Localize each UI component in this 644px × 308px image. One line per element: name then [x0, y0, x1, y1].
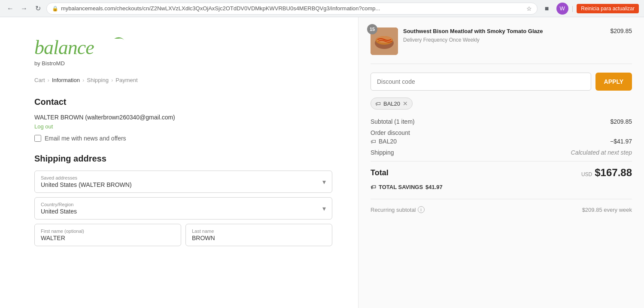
reinicia-button[interactable]: Reinicia para actualizar [577, 4, 639, 13]
info-icon[interactable]: i [418, 206, 425, 213]
country-group: Country/Region United States ▾ [34, 197, 332, 220]
chevron-down-icon: ▾ [322, 178, 326, 186]
browser-chrome: ← → ↻ 🔒 mybalancemeals.com/checkouts/cn/… [0, 0, 644, 17]
logo-container: balance by BistroMD [34, 34, 332, 67]
country-label: Country/Region [41, 202, 326, 207]
product-frequency: Delivery Frequency Once Weekly [403, 37, 605, 43]
tag-icon: 🏷 [375, 101, 381, 107]
country-chevron-icon: ▾ [322, 204, 326, 213]
logo-svg: balance [34, 34, 129, 58]
shipping-section: Shipping address Saved addresses United … [34, 154, 332, 246]
subtotal-label: Subtotal (1 item) [371, 118, 415, 125]
name-row: First name (optional) WALTER Last name B… [34, 224, 332, 246]
total-row: Total USD $167.88 [371, 161, 632, 179]
discount-row: APPLY [371, 73, 632, 91]
last-name-value: BROWN [192, 235, 326, 241]
extensions-icon[interactable]: ■ [541, 3, 553, 15]
order-discount-row: Order discount [371, 129, 632, 136]
coupon-discount-row: 🏷 BAL20 −$41.97 [371, 138, 632, 145]
product-price: $209.85 [610, 27, 632, 34]
shipping-title: Shipping address [34, 154, 332, 164]
breadcrumb-sep-1: › [48, 77, 49, 83]
email-checkbox[interactable] [34, 135, 41, 142]
recurring-label: Recurring subtotal i [371, 206, 425, 213]
savings-label: TOTAL SAVINGS [379, 184, 423, 190]
savings-row: 🏷 TOTAL SAVINGS $41.97 [371, 184, 632, 190]
left-panel: balance by BistroMD Cart › Information ›… [0, 17, 358, 308]
last-name-label: Last name [192, 229, 326, 234]
url-text: mybalancemeals.com/checkouts/cn/Z2NwLXVz… [61, 5, 524, 12]
url-bar[interactable]: 🔒 mybalancemeals.com/checkouts/cn/Z2NwLX… [46, 3, 538, 15]
shipping-row: Shipping Calculated at next step [371, 149, 632, 156]
saved-addresses-group: Saved addresses United States (WALTER BR… [34, 171, 332, 193]
order-discount-label: Order discount [371, 129, 410, 136]
breadcrumb: Cart › Information › Shipping › Payment [34, 77, 332, 83]
breadcrumb-sep-2: › [82, 77, 84, 83]
contact-title: Contact [34, 97, 332, 107]
total-label: Total [371, 168, 389, 177]
first-name-label: First name (optional) [41, 229, 175, 234]
shipping-label: Shipping [371, 149, 394, 156]
country-field[interactable]: Country/Region United States ▾ [34, 197, 332, 220]
recurring-value: $209.85 every week [582, 207, 632, 213]
svg-text:balance: balance [34, 37, 94, 58]
coupon-tag-inline-icon: 🏷 [371, 138, 376, 145]
total-currency: USD [581, 171, 592, 177]
recurring-row: Recurring subtotal i $209.85 every week [371, 199, 632, 213]
coupon-tag[interactable]: 🏷 BAL20 ✕ [371, 98, 413, 110]
product-name: Southwest Bison Meatloaf with Smoky Toma… [403, 27, 605, 35]
logo: balance [34, 34, 332, 59]
page-layout: balance by BistroMD Cart › Information ›… [0, 17, 644, 308]
saved-addresses-label: Saved addresses [41, 175, 326, 180]
breadcrumb-cart[interactable]: Cart [34, 77, 45, 83]
first-name-field[interactable]: First name (optional) WALTER [34, 224, 181, 246]
breadcrumb-information: Information [52, 77, 80, 83]
contact-section: Contact WALTER BROWN (walterbrown260340@… [34, 97, 332, 142]
subtotal-value: $209.85 [610, 118, 632, 125]
contact-info: WALTER BROWN (walterbrown260340@gmail.co… [34, 114, 332, 121]
coupon-discount-amount: −$41.97 [610, 138, 632, 145]
coupon-discount-label: 🏷 BAL20 [371, 138, 397, 145]
avatar: W [556, 3, 568, 15]
email-checkbox-row: Email me with news and offers [34, 135, 332, 142]
shipping-value: Calculated at next step [571, 149, 632, 156]
total-amount: $167.88 [595, 167, 632, 179]
right-panel: 15 Southwest Bison Meatloaf with Smoky T… [358, 17, 644, 308]
coupon-discount-name: BAL20 [379, 138, 397, 145]
product-info: Southwest Bison Meatloaf with Smoky Toma… [403, 27, 605, 43]
bookmark-icon: ☆ [526, 5, 532, 12]
savings-tag-icon: 🏷 [371, 184, 376, 190]
country-value: United States [41, 208, 326, 215]
last-name-field[interactable]: Last name BROWN [185, 224, 332, 246]
logo-subtitle: by BistroMD [34, 60, 332, 67]
breadcrumb-sep-3: › [111, 77, 113, 83]
breadcrumb-shipping: Shipping [87, 77, 109, 83]
savings-amount: $41.97 [425, 184, 443, 190]
recurring-text: Recurring subtotal [371, 207, 416, 213]
remove-coupon-button[interactable]: ✕ [403, 100, 408, 107]
coupon-code: BAL20 [383, 101, 400, 107]
product-row: 15 Southwest Bison Meatloaf with Smoky T… [371, 27, 632, 64]
saved-addresses-value: United States (WALTER BROWN) [41, 181, 326, 188]
product-image-container: 15 [371, 27, 398, 55]
first-name-value: WALTER [41, 235, 175, 241]
lock-icon: 🔒 [52, 6, 58, 12]
total-right: USD $167.88 [581, 167, 632, 179]
coupon-tag-container: 🏷 BAL20 ✕ [371, 98, 632, 118]
apply-button[interactable]: APPLY [595, 73, 632, 91]
email-checkbox-label: Email me with news and offers [45, 135, 126, 142]
breadcrumb-payment: Payment [115, 77, 137, 83]
product-badge: 15 [367, 24, 377, 34]
reload-button[interactable]: ↻ [33, 3, 43, 14]
back-button[interactable]: ← [5, 3, 15, 14]
forward-button[interactable]: → [19, 3, 29, 14]
discount-input[interactable] [371, 73, 591, 91]
browser-actions: ■ W | Reinicia para actualizar [541, 3, 639, 15]
logout-link[interactable]: Log out [34, 123, 332, 130]
saved-addresses-field[interactable]: Saved addresses United States (WALTER BR… [34, 171, 332, 193]
subtotal-row: Subtotal (1 item) $209.85 [371, 118, 632, 125]
